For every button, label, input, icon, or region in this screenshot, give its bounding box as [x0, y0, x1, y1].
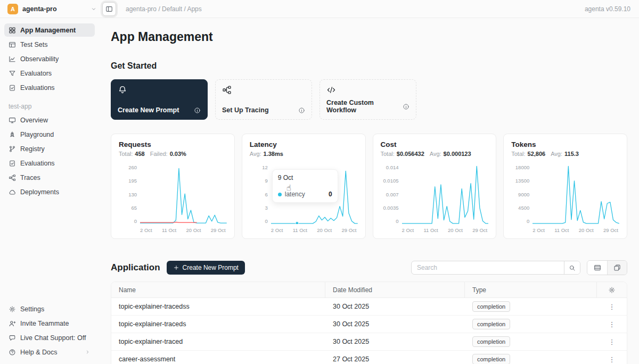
sidebar-item-overview[interactable]: Overview [4, 113, 95, 127]
sidebar-item-traces[interactable]: Traces [4, 171, 95, 184]
clipboard-check-icon [9, 84, 16, 92]
sidebar-item-invite-teammate[interactable]: Invite Teammate [4, 317, 95, 330]
sidebar-item-evaluations[interactable]: Evaluations [4, 156, 95, 170]
y-tick-label: 260 [128, 164, 137, 170]
table-body: topic-explainer-tracedss30 Oct 2025compl… [111, 298, 627, 364]
x-tick-label: 11 Oct [293, 227, 307, 233]
app-name-cell[interactable]: career-assessment [111, 355, 325, 363]
info-icon[interactable] [194, 107, 201, 114]
sidebar-item-settings[interactable]: Settings [4, 302, 95, 316]
sidebar-item-playground[interactable]: Playground [4, 128, 95, 141]
row-menu-cell: ⋮ [597, 302, 627, 312]
row-menu-button[interactable]: ⋮ [604, 354, 620, 364]
get-started-card-create-new-prompt[interactable]: Create New Prompt [111, 79, 208, 120]
stat-card-subtitle: Avg:1.38ms [250, 151, 358, 157]
y-tick-label: 4500 [518, 205, 529, 211]
get-started-card-set-up-tracing[interactable]: Set Up Tracing [215, 79, 312, 120]
chart-y-axis: 129630 [250, 164, 271, 224]
stat-label: Avg: [430, 151, 441, 157]
chart-cost[interactable] [402, 164, 489, 224]
search-icon [569, 264, 576, 271]
sidebar-item-test-sets[interactable]: Test Sets [4, 38, 95, 51]
clipboard-check-icon [9, 160, 16, 167]
create-new-prompt-button[interactable]: Create New Prompt [167, 261, 245, 275]
x-tick-label: 11 Oct [554, 227, 569, 233]
chart-tokens[interactable] [532, 164, 619, 224]
y-tick-label: 195 [128, 178, 137, 184]
sidebar-item-label: Observability [20, 55, 59, 63]
stat-card-subtitle: Total:$0.056432Avg:$0.000123 [381, 151, 489, 157]
table-row[interactable]: career-assessment27 Oct 2025completion⋮ [111, 351, 627, 364]
grid-icon [9, 27, 16, 34]
row-menu-button[interactable]: ⋮ [604, 302, 620, 312]
sidebar-item-live-chat-support-off[interactable]: Live Chat Support: Off [4, 331, 95, 344]
table-view-button[interactable] [587, 261, 607, 275]
stat-pair: Avg:$0.000123 [430, 151, 471, 157]
row-menu-button[interactable]: ⋮ [604, 319, 620, 329]
panel-toggle-icon [105, 5, 113, 13]
x-tick-label: 20 Oct [448, 227, 463, 233]
workspace-selector[interactable]: A agenta-pro [7, 4, 97, 14]
info-icon[interactable] [298, 107, 305, 114]
sidebar-item-label: Evaluators [20, 70, 52, 77]
cursor-pointer-icon: ☝ [286, 183, 291, 193]
row-menu-button[interactable]: ⋮ [604, 337, 620, 347]
column-header-type[interactable]: Type [465, 282, 597, 297]
sidebar-item-evaluators[interactable]: Evaluators [4, 67, 95, 80]
sidebar-item-observability[interactable]: Observability [4, 52, 95, 65]
x-tick-label: 29 Oct [472, 227, 487, 233]
y-tick-label: 3 [265, 205, 267, 211]
stat-pair: Total:52,806 [511, 151, 545, 157]
card-view-button[interactable] [607, 261, 627, 275]
y-tick-label: 18000 [515, 164, 529, 170]
x-tick-label: 29 Oct [603, 227, 618, 233]
sidebar-item-deployments[interactable]: Deployments [4, 185, 95, 198]
sidebar-item-label: App Management [20, 27, 76, 34]
stat-label: Failed: [150, 151, 168, 157]
application-toolbar: Application Create New Prompt [111, 260, 627, 275]
search-button[interactable] [564, 261, 580, 274]
sidebar-item-help-docs[interactable]: Help & Docs [4, 345, 95, 359]
type-cell: completion [465, 319, 597, 329]
search-group [411, 261, 580, 275]
app-root: A agenta-pro agenta-pro / Default / Apps… [0, 0, 639, 364]
stat-value: $0.056432 [397, 151, 424, 157]
sidebar-item-label: Invite Teammate [20, 320, 69, 327]
table-row[interactable]: topic-explainer-traceds30 Oct 2025comple… [111, 316, 627, 333]
app-name-cell[interactable]: topic-explainer-traced [111, 338, 325, 345]
table-settings-button[interactable] [608, 286, 616, 294]
chart-requests[interactable] [140, 164, 227, 224]
sidebar-toggle-button[interactable] [102, 2, 116, 16]
plus-icon [173, 264, 179, 271]
column-header-settings [597, 282, 627, 297]
stat-pair: Total:458 [119, 151, 145, 157]
sidebar-item-registry[interactable]: Registry [4, 142, 95, 155]
code-icon [326, 85, 409, 95]
row-menu-cell: ⋮ [597, 319, 627, 329]
app-name-cell[interactable]: topic-explainer-tracedss [111, 303, 325, 310]
type-badge: completion [472, 336, 510, 347]
tree-icon [222, 85, 305, 95]
column-header-name[interactable]: Name [111, 282, 325, 297]
column-header-date-modified[interactable]: Date Modified [325, 282, 465, 297]
get-started-card-create-custom-workflow[interactable]: Create Custom Workflow [320, 79, 416, 120]
app-name-cell[interactable]: topic-explainer-traceds [111, 320, 325, 328]
y-tick-label: 12 [262, 164, 268, 170]
branch-icon [9, 145, 16, 153]
sidebar-item-label: Test Sets [20, 41, 47, 48]
y-tick-label: 0 [265, 218, 267, 224]
chart-y-axis: 260195130650 [119, 164, 140, 224]
table-row[interactable]: topic-explainer-tracedss30 Oct 2025compl… [111, 298, 627, 316]
question-icon [9, 349, 16, 356]
sidebar: App ManagementTest SetsObservabilityEval… [0, 18, 99, 364]
view-toggle [587, 260, 627, 275]
cloud-icon [9, 188, 16, 196]
y-tick-label: 0.0035 [383, 205, 398, 211]
search-input[interactable] [412, 261, 564, 274]
table-row[interactable]: topic-explainer-traced30 Oct 2025complet… [111, 333, 627, 351]
sidebar-item-evaluations[interactable]: Evaluations [4, 81, 95, 94]
breadcrumb[interactable]: agenta-pro / Default / Apps [126, 5, 202, 13]
info-icon[interactable] [403, 103, 409, 110]
chat-icon [9, 334, 16, 342]
sidebar-item-app-management[interactable]: App Management [4, 23, 95, 37]
